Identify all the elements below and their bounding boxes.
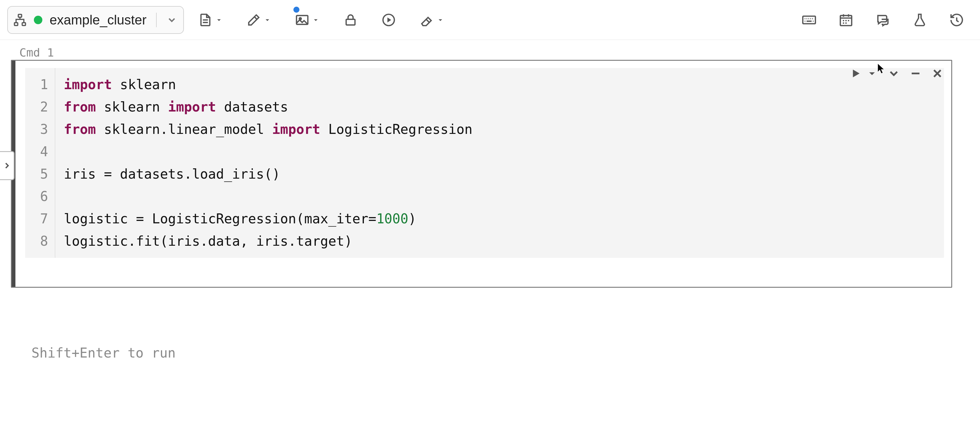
keyboard-icon[interactable] — [802, 13, 817, 27]
chevron-down-icon[interactable] — [166, 14, 177, 25]
svg-rect-0 — [18, 14, 22, 17]
code-line[interactable] — [64, 185, 473, 207]
run-all-icon — [381, 13, 396, 27]
caret-down-icon — [215, 16, 223, 24]
code-line[interactable]: from sklearn.linear_model import Logisti… — [64, 118, 473, 141]
run-all-button[interactable] — [375, 9, 402, 31]
cell-label: Cmd 1 — [19, 46, 54, 59]
minimize-icon[interactable] — [909, 67, 922, 80]
close-icon[interactable] — [931, 67, 944, 80]
clear-menu-button[interactable] — [414, 9, 450, 31]
divider — [156, 13, 157, 27]
line-number-gutter: 12345678 — [25, 68, 55, 258]
line-number: 6 — [25, 185, 48, 207]
comments-icon[interactable] — [875, 13, 891, 27]
toolbar-right — [802, 13, 973, 27]
cell-actions — [849, 67, 944, 80]
code-line[interactable]: logistic.fit(iris.data, iris.target) — [64, 230, 473, 252]
code-cell[interactable]: 12345678 import sklearnfrom sklearn impo… — [11, 60, 952, 288]
line-number: 4 — [25, 141, 48, 163]
view-menu-button[interactable] — [289, 9, 325, 31]
cluster-status-dot — [34, 16, 42, 24]
expand-right-icon[interactable] — [0, 151, 14, 180]
cluster-selector[interactable]: example_cluster — [7, 6, 184, 34]
caret-down-icon — [436, 16, 445, 24]
code-content[interactable]: import sklearnfrom sklearn import datase… — [55, 68, 473, 258]
code-line[interactable]: logistic = LogisticRegression(max_iter=1… — [64, 207, 473, 230]
notification-dot-icon — [293, 6, 299, 13]
line-number: 7 — [25, 207, 48, 230]
run-cell-menu-caret[interactable] — [865, 67, 879, 80]
experiments-icon[interactable] — [912, 13, 928, 27]
line-number: 2 — [25, 96, 48, 118]
image-icon — [294, 13, 310, 27]
caret-down-icon — [312, 16, 320, 24]
edit-menu-button[interactable] — [241, 9, 277, 31]
permissions-button[interactable] — [337, 9, 364, 31]
run-hint: Shift+Enter to run — [32, 345, 176, 361]
line-number: 1 — [25, 73, 48, 96]
line-number: 5 — [25, 163, 48, 185]
file-menu-button[interactable] — [192, 9, 229, 31]
code-line[interactable] — [64, 141, 473, 163]
code-editor[interactable]: 12345678 import sklearnfrom sklearn impo… — [25, 68, 944, 258]
line-number: 8 — [25, 230, 48, 252]
svg-rect-5 — [346, 19, 355, 25]
caret-down-icon — [263, 16, 272, 24]
svg-rect-7 — [803, 16, 815, 24]
line-number: 3 — [25, 118, 48, 141]
edit-icon — [246, 13, 261, 27]
code-line[interactable]: import sklearn — [64, 73, 473, 96]
notebook-toolbar: example_cluster — [0, 0, 980, 40]
code-line[interactable]: iris = datasets.load_iris() — [64, 163, 473, 185]
lock-icon — [343, 13, 358, 27]
code-line[interactable]: from sklearn import datasets — [64, 96, 473, 118]
revision-icon[interactable] — [949, 13, 964, 27]
clear-icon — [419, 13, 434, 27]
file-icon — [198, 13, 213, 27]
svg-rect-2 — [22, 23, 25, 25]
schedule-icon[interactable] — [838, 13, 854, 27]
run-cell-button[interactable] — [849, 67, 862, 80]
cluster-name: example_cluster — [49, 13, 146, 27]
hierarchy-icon — [13, 13, 27, 27]
chevron-down-icon[interactable] — [887, 67, 900, 80]
svg-rect-1 — [14, 23, 18, 25]
